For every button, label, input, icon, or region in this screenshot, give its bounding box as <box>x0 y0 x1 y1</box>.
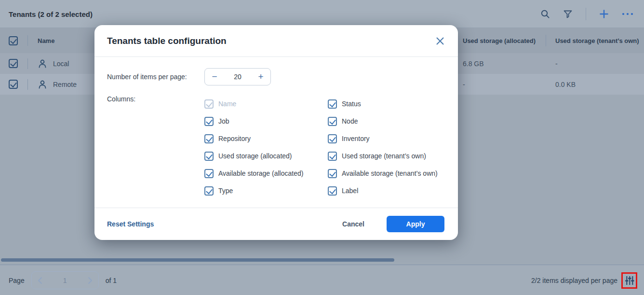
column-header-used-own[interactable]: Used storage (tenant’s own) <box>555 28 639 53</box>
column-option-status: Status <box>328 95 438 112</box>
header-toolbar <box>540 0 633 28</box>
dialog-footer: Reset Settings Cancel Apply <box>94 208 458 240</box>
tenant-icon <box>38 74 47 95</box>
search-icon[interactable] <box>540 9 550 19</box>
items-per-page-row: Number of items per page: − 20 + <box>107 68 444 85</box>
apply-button[interactable]: Apply <box>387 216 444 232</box>
columns-label: Columns: <box>107 95 204 103</box>
column-divider <box>27 35 28 46</box>
column-option-job: Job <box>204 112 328 130</box>
column-option-type: Type <box>204 182 328 199</box>
tenant-name: Local <box>53 53 69 74</box>
page-selector: 1 <box>31 271 99 289</box>
items-per-page-label: Number of items per page: <box>107 73 204 81</box>
checkbox[interactable] <box>328 99 337 109</box>
page-title: Tenants (2 of 2 selected) <box>9 0 93 28</box>
cancel-button[interactable]: Cancel <box>342 220 364 228</box>
checkbox[interactable] <box>328 117 337 126</box>
dialog-title: Tenants table configuration <box>107 36 436 46</box>
table-settings-button annotation-highlight[interactable] <box>621 272 637 289</box>
used-storage-own-value: - <box>555 53 558 74</box>
page-header: Tenants (2 of 2 selected) <box>0 0 644 28</box>
add-icon[interactable] <box>599 9 609 19</box>
checkbox[interactable] <box>328 152 337 161</box>
sliders-icon <box>624 275 635 286</box>
current-page-input[interactable]: 1 <box>42 277 88 284</box>
checkbox[interactable] <box>328 169 337 178</box>
row-checkbox[interactable] <box>9 80 18 89</box>
column-divider <box>546 35 546 46</box>
checkbox[interactable] <box>204 117 214 126</box>
tenant-name: Remote <box>53 74 77 95</box>
column-option-repository: Repository <box>204 130 328 147</box>
select-all-checkbox[interactable] <box>9 36 18 45</box>
checkbox[interactable] <box>204 134 214 143</box>
column-divider <box>27 79 28 90</box>
page-count-label: of 1 <box>106 277 117 284</box>
column-option-used-storage-own: Used storage (tenant’s own) <box>328 147 438 165</box>
checkbox[interactable] <box>204 152 214 161</box>
page-label: Page <box>9 277 25 284</box>
more-options-icon[interactable] <box>622 12 633 16</box>
close-icon[interactable] <box>436 37 444 45</box>
checkbox[interactable] <box>328 134 337 143</box>
checkbox[interactable] <box>204 169 214 178</box>
prev-page-icon[interactable] <box>38 277 42 284</box>
increment-button[interactable]: + <box>251 71 270 82</box>
column-option-label: Label <box>328 182 438 199</box>
columns-list-right: Status Node Inventory Used storage (tena… <box>328 95 438 199</box>
used-storage-allocated-value: - <box>463 74 465 95</box>
items-per-page-value[interactable]: 20 <box>224 73 251 81</box>
checkbox-disabled <box>204 99 214 109</box>
filter-icon[interactable] <box>563 9 573 19</box>
columns-section: Columns: Name Job Repository Used storag… <box>107 95 444 199</box>
column-option-inventory: Inventory <box>328 130 438 147</box>
column-option-node: Node <box>328 112 438 130</box>
column-option-available-storage-own: Available storage (tenant’s own) <box>328 165 438 182</box>
tenant-icon <box>38 53 47 74</box>
used-storage-own-value: 0.0 KB <box>555 74 576 95</box>
column-divider <box>27 58 28 69</box>
checkbox[interactable] <box>204 186 214 196</box>
column-header-name[interactable]: Name <box>38 28 54 53</box>
next-page-icon[interactable] <box>88 277 93 284</box>
horizontal-scrollbar[interactable] <box>1 258 394 262</box>
pagination-bar: Page 1 of 1 2/2 items displayed per page <box>0 265 644 295</box>
items-displayed-text: 2/2 items displayed per page <box>531 277 617 284</box>
tenants-table-configuration-dialog: Tenants table configuration Number of it… <box>94 25 458 240</box>
app-screen: Tenants (2 of 2 selected) Name Used stor… <box>0 0 644 295</box>
row-checkbox[interactable] <box>9 59 18 68</box>
reset-settings-button[interactable]: Reset Settings <box>107 220 342 228</box>
decrement-button[interactable]: − <box>205 71 224 82</box>
used-storage-allocated-value: 6.8 GB <box>463 53 484 74</box>
checkbox[interactable] <box>328 186 337 196</box>
column-option-available-storage-allocated: Available storage (allocated) <box>204 165 328 182</box>
column-option-used-storage-allocated: Used storage (allocated) <box>204 147 328 165</box>
dialog-header: Tenants table configuration <box>94 25 458 57</box>
column-option-name: Name <box>204 95 328 112</box>
columns-list-left: Name Job Repository Used storage (alloca… <box>204 95 328 199</box>
toolbar-divider <box>586 8 586 20</box>
items-per-page-stepper: − 20 + <box>204 68 271 85</box>
column-header-used-allocated[interactable]: Used storage (allocated) <box>463 28 536 53</box>
